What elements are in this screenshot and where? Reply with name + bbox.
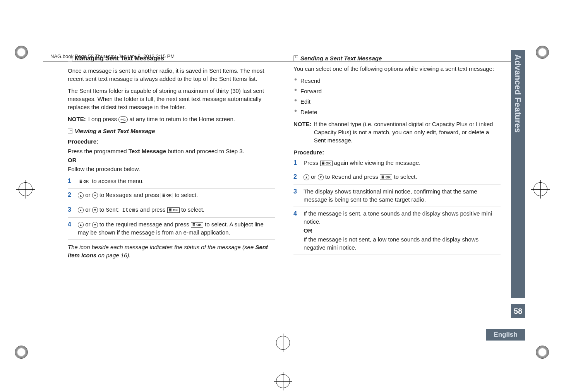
note-label: NOTE: — [293, 120, 312, 144]
step-1-text: to access the menu. — [90, 178, 144, 184]
step-2-or: or — [309, 173, 318, 180]
step-3-or: or — [84, 206, 92, 213]
page-content: Managing Sent Text Messages Once a messa… — [60, 50, 508, 344]
step-4: ▴ or ▾ to the required message and press… — [68, 220, 275, 240]
footnote-b: on page 16). — [96, 252, 130, 258]
step-2-code: Messages — [106, 192, 132, 199]
crop-mark-br — [536, 346, 551, 361]
side-tab-label: Advanced Features — [513, 54, 523, 133]
down-icon: ▾ — [92, 192, 98, 199]
page-number: 58 — [511, 304, 525, 318]
step-4-or: or — [84, 221, 92, 228]
step-2-end: to select. — [392, 173, 417, 180]
step-4-a: If the message is sent, a tone sounds an… — [304, 210, 492, 225]
page-icon — [293, 55, 298, 61]
procedure-label: Procedure: — [68, 137, 275, 146]
step-4-b: If the message is not sent, a low tone s… — [304, 236, 479, 251]
heading-viewing-text: Viewing a Sent Text Message — [75, 127, 155, 135]
left-column: Managing Sent Text Messages Once a messa… — [68, 54, 275, 263]
step-1: ≣ OK to access the menu. — [68, 177, 275, 188]
ok-icon: ≣ OK — [191, 222, 203, 228]
heading-managing-text: Managing Sent Text Messages — [75, 54, 164, 63]
step-2-to: to — [98, 192, 106, 198]
step-2: ▴ or ▾ to Resend and press ≣ OK to selec… — [293, 173, 501, 185]
step-2-press: and press — [351, 173, 380, 180]
para-sent-items: Once a message is sent to another radio,… — [68, 67, 275, 83]
ok-icon: ≣ OK — [78, 179, 90, 184]
step-1-b: again while viewing the message. — [333, 159, 421, 166]
crop-mark-tl — [15, 46, 30, 61]
up-icon: ▴ — [304, 174, 309, 180]
registration-target-right — [533, 182, 547, 196]
ok-icon: ≣ OK — [161, 193, 173, 198]
para-capacity: The Sent Items folder is capable of stor… — [68, 87, 275, 111]
right-column: Sending a Sent Text Message You can sele… — [293, 54, 501, 263]
procedure-label: Procedure: — [293, 148, 501, 156]
note-text-a: Long press — [88, 116, 118, 122]
step-2-or: or — [84, 192, 92, 198]
step-4-mid: to the required message and press — [98, 221, 191, 228]
steps-sending: Press ≣ OK again while viewing the messa… — [293, 159, 501, 255]
note-label: NOTE: — [68, 115, 86, 123]
or-label: OR — [68, 156, 275, 164]
page-icon — [68, 128, 72, 134]
bullet-forward: Forward — [293, 87, 501, 95]
proc-intro-a: Press the programmed — [68, 148, 129, 154]
proc-intro-bold: Text Message — [129, 148, 166, 154]
page-icon — [68, 56, 72, 62]
step-3-press: and press — [139, 206, 167, 213]
step-4: If the message is sent, a tone sounds an… — [293, 209, 501, 255]
heading-sending: Sending a Sent Text Message — [293, 54, 501, 62]
step-2: ▴ or ▾ to Messages and press ≣ OK to sel… — [68, 191, 275, 203]
note-body: If the channel type (i.e. conventional d… — [314, 120, 501, 144]
bullet-resend: Resend — [293, 77, 501, 85]
down-icon: ▾ — [92, 222, 98, 228]
crop-mark-bl — [15, 346, 30, 361]
step-2-press: and press — [132, 192, 161, 198]
up-icon: ▴ — [78, 207, 84, 213]
side-tab: Advanced Features — [511, 50, 525, 298]
step-1: Press ≣ OK again while viewing the messa… — [293, 159, 501, 170]
up-icon: ▴ — [78, 222, 84, 228]
or-label: OR — [304, 226, 501, 235]
ok-icon: ≣ OK — [167, 207, 180, 213]
ok-icon: ≣ OK — [320, 161, 333, 166]
options-list: Resend Forward Edit Delete — [293, 77, 501, 116]
down-icon: ▾ — [92, 207, 98, 213]
heading-viewing: Viewing a Sent Text Message — [68, 127, 275, 135]
note-text-b: at any time to return to the Home screen… — [129, 116, 235, 122]
step-3-end: to select. — [180, 206, 204, 213]
ok-icon: ≣ OK — [380, 175, 392, 180]
bullet-edit: Edit — [293, 98, 501, 106]
proc-intro: Press the programmed Text Message button… — [68, 147, 275, 155]
heading-managing: Managing Sent Text Messages — [68, 54, 275, 63]
note-channel-type: NOTE: If the channel type (i.e. conventi… — [293, 120, 501, 144]
note-body: Long press ↩⌂ at any time to return to t… — [88, 115, 275, 123]
para-options: You can select one of the following opti… — [293, 65, 501, 73]
step-3-code: Sent Items — [106, 207, 139, 213]
step-3-to: to — [98, 206, 106, 213]
footnote: The icon beside each message indicates t… — [68, 243, 275, 259]
heading-sending-text: Sending a Sent Text Message — [300, 54, 382, 62]
step-2-end: to select. — [173, 192, 198, 198]
step-2-code: Resend — [332, 174, 351, 180]
step-2-to: to — [324, 173, 332, 180]
registration-target-bottom — [276, 374, 290, 388]
step-3: The display shows transitional mini noti… — [293, 187, 501, 207]
up-icon: ▴ — [78, 192, 84, 199]
bullet-delete: Delete — [293, 108, 501, 116]
crop-mark-tr — [536, 46, 551, 61]
home-icon: ↩⌂ — [118, 116, 128, 123]
footnote-a: The icon beside each message indicates t… — [68, 244, 255, 250]
registration-target-left — [19, 182, 33, 196]
steps-viewing: ≣ OK to access the menu. ▴ or ▾ to Messa… — [68, 177, 275, 240]
note-home: NOTE: Long press ↩⌂ at any time to retur… — [68, 115, 275, 123]
step-3: ▴ or ▾ to Sent Items and press ≣ OK to s… — [68, 205, 275, 218]
proc-intro-b: button and proceed to Step 3. — [166, 148, 244, 154]
proc-follow: Follow the procedure below. — [68, 165, 275, 173]
down-icon: ▾ — [318, 174, 324, 180]
step-1-a: Press — [304, 159, 320, 166]
